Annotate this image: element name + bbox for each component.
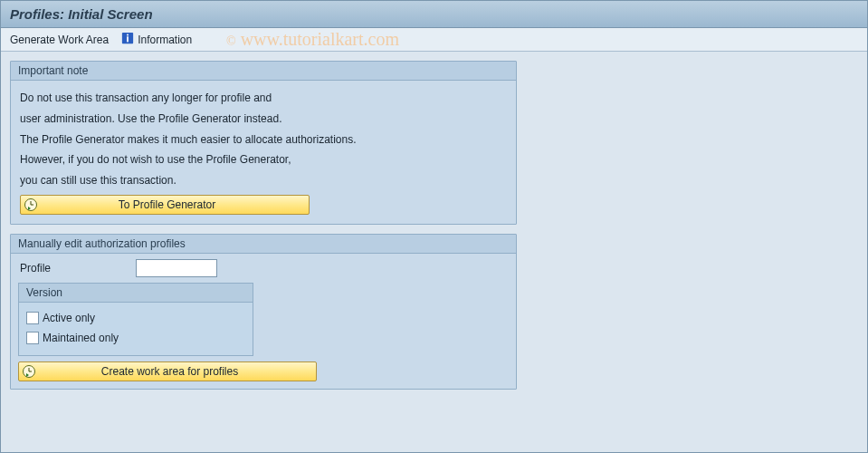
manual-edit-header: Manually edit authorization profiles (11, 235, 516, 254)
note-line: Do not use this transaction any longer f… (20, 88, 507, 109)
note-line: user administration. Use the Profile Gen… (20, 109, 507, 130)
to-profile-generator-button[interactable]: To Profile Generator (20, 195, 310, 215)
svg-rect-2 (127, 36, 129, 42)
important-note-header: Important note (11, 62, 516, 81)
note-line: The Profile Generator makes it much easi… (20, 130, 507, 150)
version-group: Version Active only Maintained only (18, 283, 253, 356)
information-menu[interactable]: Information (121, 32, 192, 47)
profile-input[interactable] (136, 259, 217, 277)
important-note-panel: Important note Do not use this transacti… (10, 61, 517, 225)
maintained-only-checkbox[interactable]: Maintained only (26, 328, 245, 348)
note-line: However, if you do not wish to use the P… (20, 149, 507, 170)
svg-rect-1 (127, 34, 129, 36)
page-title: Profiles: Initial Screen (10, 6, 153, 22)
create-work-area-label: Create work area for profiles (42, 365, 312, 378)
note-text: Do not use this transaction any longer f… (20, 88, 507, 191)
title-bar: Profiles: Initial Screen (1, 1, 867, 28)
clock-execute-icon (22, 364, 36, 379)
profile-row: Profile (11, 254, 516, 283)
info-icon (121, 32, 134, 47)
active-only-label: Active only (43, 312, 95, 324)
clock-execute-icon (24, 198, 38, 212)
generate-work-area-label: Generate Work Area (10, 34, 109, 46)
toolbar: Generate Work Area Information (1, 28, 867, 52)
manual-edit-panel: Manually edit authorization profiles Pro… (10, 234, 517, 390)
checkbox-box-icon (26, 312, 39, 324)
checkbox-box-icon (26, 332, 39, 344)
profile-label: Profile (20, 262, 129, 275)
generate-work-area-menu[interactable]: Generate Work Area (10, 34, 109, 46)
active-only-checkbox[interactable]: Active only (26, 308, 245, 328)
version-group-header: Version (19, 284, 253, 303)
maintained-only-label: Maintained only (43, 332, 119, 344)
create-work-area-button[interactable]: Create work area for profiles (18, 361, 317, 381)
to-profile-generator-label: To Profile Generator (43, 198, 305, 211)
note-line: you can still use this transaction. (20, 170, 507, 191)
information-label: Information (138, 34, 192, 46)
